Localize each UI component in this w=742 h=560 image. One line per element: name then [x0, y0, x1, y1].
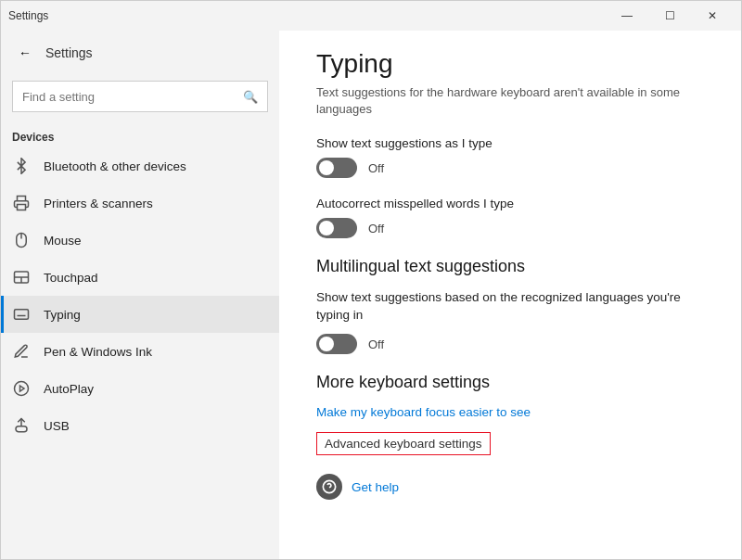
subtitle-text: Text suggestions for the hardware keyboa… [316, 84, 704, 118]
sidebar-nav-top: ← Settings [1, 31, 279, 75]
sidebar-item-usb-label: USB [44, 419, 70, 433]
sidebar-item-autoplay-label: AutoPlay [44, 382, 94, 396]
back-button[interactable]: ← [12, 40, 38, 66]
text-suggestions-toggle-row: Off [316, 158, 704, 178]
sidebar-item-mouse[interactable]: Mouse [1, 222, 279, 259]
sidebar-item-pen[interactable]: Pen & Windows Ink [1, 333, 279, 370]
sidebar-item-bluetooth[interactable]: Bluetooth & other devices [1, 147, 279, 185]
touchpad-icon [12, 268, 31, 286]
svg-marker-13 [20, 386, 25, 391]
autocorrect-setting: Autocorrect misspelled words I type Off [316, 197, 704, 238]
autocorrect-label: Autocorrect misspelled words I type [316, 197, 704, 210]
autocorrect-toggle-label: Off [368, 222, 384, 235]
text-suggestions-label: Show text suggestions as I type [316, 136, 704, 150]
main-content: Typing Text suggestions for the hardware… [279, 31, 741, 559]
sidebar-item-touchpad-label: Touchpad [44, 271, 98, 285]
printer-icon [12, 194, 31, 212]
sidebar-item-usb[interactable]: USB [1, 407, 279, 444]
advanced-keyboard-link[interactable]: Advanced keyboard settings [316, 432, 491, 455]
multilingual-toggle-label: Off [368, 337, 384, 351]
sidebar-item-printers-label: Printers & scanners [44, 197, 153, 210]
get-help-label: Get help [352, 480, 399, 494]
window: Settings — ☐ ✕ ← Settings 🔍 Devices [0, 0, 742, 560]
text-suggestions-setting: Show text suggestions as I type Off [316, 136, 704, 178]
sidebar-item-bluetooth-label: Bluetooth & other devices [44, 159, 186, 173]
sidebar-title: Settings [45, 45, 93, 60]
title-bar-title: Settings [8, 9, 48, 22]
sidebar-item-typing[interactable]: Typing [1, 296, 279, 333]
search-input[interactable] [22, 90, 243, 104]
title-bar-left: Settings [8, 9, 48, 22]
sidebar-item-pen-label: Pen & Windows Ink [44, 345, 152, 359]
text-suggestions-toggle-label: Off [368, 161, 384, 175]
more-keyboard-heading: More keyboard settings [316, 373, 704, 392]
sidebar: ← Settings 🔍 Devices Bluetooth & other d… [1, 31, 279, 559]
keyboard-focus-link[interactable]: Make my keyboard focus easier to see [316, 405, 704, 419]
bluetooth-icon [12, 157, 31, 175]
typing-icon [12, 305, 31, 324]
sidebar-item-typing-label: Typing [44, 308, 81, 322]
usb-icon [12, 416, 31, 435]
get-help-icon [316, 474, 342, 500]
text-suggestions-toggle[interactable] [316, 158, 357, 178]
page-title: Typing [316, 49, 704, 79]
autocorrect-toggle[interactable] [316, 218, 357, 238]
multilingual-toggle-row: Off [316, 334, 704, 354]
svg-rect-0 [18, 205, 26, 210]
get-help-row[interactable]: Get help [316, 474, 704, 500]
svg-point-12 [15, 382, 29, 396]
multilingual-desc: Show text suggestions based on the recog… [316, 289, 704, 325]
pen-icon [12, 342, 31, 361]
svg-rect-6 [15, 310, 29, 320]
close-button[interactable]: ✕ [691, 1, 734, 31]
sidebar-item-mouse-label: Mouse [44, 234, 82, 248]
minimize-button[interactable]: — [606, 1, 648, 31]
sidebar-item-touchpad[interactable]: Touchpad [1, 259, 279, 296]
title-bar-controls: — ☐ ✕ [606, 1, 734, 31]
content-area: ← Settings 🔍 Devices Bluetooth & other d… [1, 31, 741, 559]
mouse-icon [12, 231, 31, 249]
sidebar-item-printers[interactable]: Printers & scanners [1, 185, 279, 222]
multilingual-heading: Multilingual text suggestions [316, 257, 704, 276]
search-box[interactable]: 🔍 [12, 81, 268, 112]
maximize-button[interactable]: ☐ [648, 1, 691, 31]
search-icon: 🔍 [243, 90, 258, 104]
autocorrect-toggle-row: Off [316, 218, 704, 238]
multilingual-toggle[interactable] [316, 334, 357, 354]
sidebar-item-autoplay[interactable]: AutoPlay [1, 370, 279, 407]
title-bar: Settings — ☐ ✕ [1, 1, 741, 31]
sidebar-section-label: Devices [1, 123, 279, 147]
autoplay-icon [12, 379, 31, 398]
